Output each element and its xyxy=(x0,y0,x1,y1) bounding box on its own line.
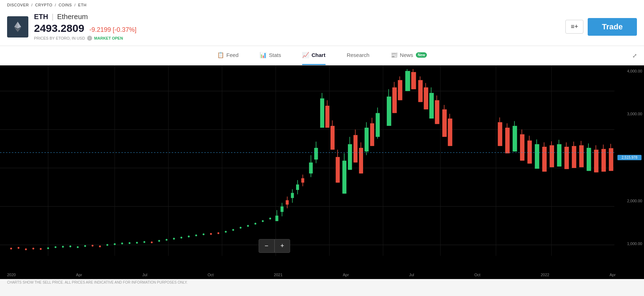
x-label-jul: Jul xyxy=(142,273,147,277)
x-label-apr3: Apr xyxy=(610,273,616,277)
chart-icon: 📈 xyxy=(302,52,309,58)
svg-rect-119 xyxy=(398,80,402,100)
svg-rect-56 xyxy=(275,216,278,221)
svg-rect-137 xyxy=(435,100,440,124)
svg-rect-164 xyxy=(542,147,547,172)
price-label-3000: 3,000.00 xyxy=(617,112,642,116)
new-badge: New xyxy=(416,52,427,58)
svg-rect-161 xyxy=(535,144,540,169)
svg-rect-59 xyxy=(281,207,283,212)
svg-rect-128 xyxy=(418,80,423,102)
svg-rect-191 xyxy=(609,148,614,171)
x-label-2022: 2022 xyxy=(541,273,549,277)
svg-rect-170 xyxy=(557,144,561,167)
price-label-4000: 4,000.00 xyxy=(617,69,642,73)
svg-point-31 xyxy=(99,245,101,247)
breadcrumb-crypto: CRYPTO xyxy=(35,3,52,7)
svg-rect-92 xyxy=(342,161,346,193)
svg-point-34 xyxy=(121,243,123,244)
svg-rect-125 xyxy=(411,72,416,89)
svg-rect-131 xyxy=(424,87,428,109)
x-label-jul2: Jul xyxy=(409,273,414,277)
svg-point-49 xyxy=(232,229,234,231)
watchlist-button[interactable]: ≡+ xyxy=(565,20,583,34)
breadcrumb-text: DISCOVER xyxy=(7,3,29,7)
svg-point-25 xyxy=(55,246,56,248)
svg-point-45 xyxy=(203,233,204,235)
svg-point-47 xyxy=(218,232,219,234)
svg-rect-62 xyxy=(286,200,289,204)
zoom-out-button[interactable]: − xyxy=(259,239,275,253)
price-label-2000: 2,000.00 xyxy=(617,199,642,203)
breadcrumb-eth: ETH xyxy=(78,3,87,7)
svg-rect-176 xyxy=(572,146,576,168)
svg-rect-98 xyxy=(354,135,357,163)
chart-disclaimer: CHARTS SHOW THE SELL PRICE. ALL PRICES A… xyxy=(0,279,644,286)
coin-name-row: ETH | Ethereum xyxy=(34,13,136,21)
stats-icon: 📊 xyxy=(260,52,267,58)
coin-header: ETH | Ethereum 2493.2809 -9.2199 [-0.37%… xyxy=(7,9,637,46)
svg-rect-143 xyxy=(448,118,452,146)
svg-point-26 xyxy=(62,246,64,248)
tab-chart[interactable]: 📈 Chart xyxy=(302,46,325,65)
header-right: ≡+ Trade xyxy=(565,18,637,36)
svg-point-53 xyxy=(262,220,264,222)
x-label-apr1: Apr xyxy=(76,273,82,277)
svg-point-22 xyxy=(32,248,34,249)
coin-left: ETH | Ethereum 2493.2809 -9.2199 [-0.37%… xyxy=(7,13,136,41)
svg-rect-140 xyxy=(442,109,447,137)
svg-point-28 xyxy=(77,246,79,248)
expand-button[interactable]: ⤢ xyxy=(632,52,637,59)
tab-research-label: Research xyxy=(347,52,369,58)
tab-feed[interactable]: 📋 Feed xyxy=(217,46,238,65)
news-icon: 📰 xyxy=(391,52,398,58)
svg-rect-86 xyxy=(331,126,334,150)
trade-button[interactable]: Trade xyxy=(588,18,637,36)
tab-news[interactable]: 📰 News New xyxy=(391,46,427,65)
tab-news-label: News xyxy=(400,52,413,58)
svg-rect-134 xyxy=(429,93,434,119)
svg-rect-74 xyxy=(309,162,312,173)
tab-feed-label: Feed xyxy=(226,52,238,58)
info-icon: i xyxy=(87,36,92,41)
header: DISCOVER / CRYPTO / COINS / ETH ETH | xyxy=(0,0,644,46)
price-axis: 4,000.00 3,000.00 2,515.978 2,000.00 1,0… xyxy=(617,65,644,271)
svg-rect-179 xyxy=(579,145,584,167)
prices-by: PRICES BY ETORO, IN USD xyxy=(34,36,85,40)
price-current-label: 2,515.978 xyxy=(617,155,642,160)
svg-point-35 xyxy=(129,242,130,244)
svg-point-40 xyxy=(166,239,168,240)
svg-point-44 xyxy=(195,234,197,236)
svg-rect-122 xyxy=(405,71,410,91)
x-label-2021: 2021 xyxy=(274,273,282,277)
svg-rect-101 xyxy=(359,148,363,174)
feed-icon: 📋 xyxy=(217,52,224,58)
price-label-1000: 1,000.00 xyxy=(617,242,642,246)
disclaimer-text: CHARTS SHOW THE SELL PRICE. ALL PRICES A… xyxy=(7,280,187,284)
svg-rect-173 xyxy=(564,147,569,169)
svg-rect-95 xyxy=(348,144,352,170)
candlestick-chart xyxy=(0,65,644,271)
svg-rect-185 xyxy=(594,150,599,172)
x-label-oct1: Oct xyxy=(208,273,214,277)
svg-rect-104 xyxy=(365,128,368,151)
svg-point-29 xyxy=(84,245,86,247)
tab-stats[interactable]: 📊 Stats xyxy=(260,46,281,65)
svg-point-20 xyxy=(18,247,19,249)
svg-point-46 xyxy=(210,233,212,235)
x-label-apr2: Apr xyxy=(343,273,349,277)
svg-rect-146 xyxy=(498,122,502,146)
svg-rect-107 xyxy=(370,123,374,146)
svg-rect-68 xyxy=(296,185,299,190)
tab-research[interactable]: Research xyxy=(347,46,369,65)
svg-point-43 xyxy=(188,236,190,237)
svg-point-52 xyxy=(254,223,256,225)
svg-rect-83 xyxy=(325,106,329,128)
zoom-in-button[interactable]: + xyxy=(275,239,290,253)
svg-point-41 xyxy=(173,238,175,239)
svg-point-48 xyxy=(225,231,227,233)
tab-stats-label: Stats xyxy=(269,52,281,58)
svg-point-19 xyxy=(10,248,12,249)
x-label-2020: 2020 xyxy=(7,273,16,277)
svg-rect-113 xyxy=(387,97,391,126)
